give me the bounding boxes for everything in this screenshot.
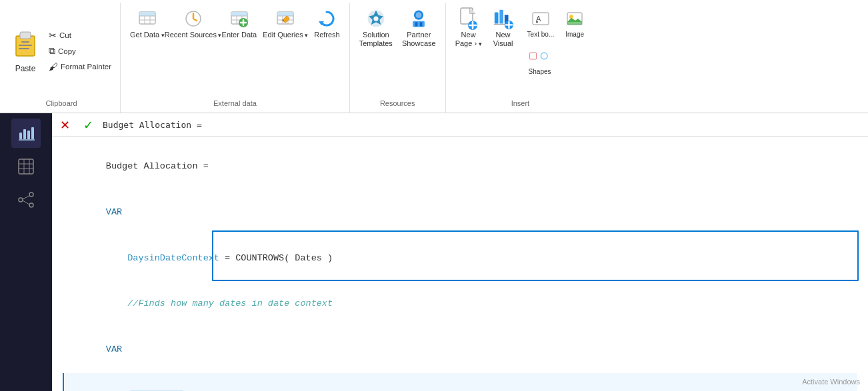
partner-showcase-button[interactable]: PartnerShowcase [398, 5, 440, 51]
shapes-label: Shapes [529, 68, 551, 76]
left-sidebar [0, 113, 52, 391]
sidebar-icon-chart[interactable] [11, 119, 41, 148]
clipboard-label: Clipboard [45, 99, 77, 110]
resources-items: SolutionTemplates PartnerShowcase [355, 5, 440, 97]
edit-queries-button[interactable]: Edit Queries [262, 5, 309, 42]
external-data-items: Get Data Recent Sources [126, 5, 344, 97]
insert-label: Insert [511, 99, 530, 110]
new-visual-icon [493, 8, 514, 29]
main-area: ✕ ✓ Budget Allocation = Budget Allocatio… [0, 113, 868, 391]
external-data-label: External data [213, 99, 257, 110]
text-box-label: Text bo... [527, 31, 555, 39]
code-line-1: Budget Allocation = [63, 144, 857, 190]
solution-templates-button[interactable]: SolutionTemplates [355, 5, 397, 51]
svg-point-67 [29, 193, 33, 196]
code-line-3: DaysinDateContext = COUNTROWS( Dates ) [63, 236, 857, 282]
svg-rect-59 [31, 127, 34, 139]
resources-label: Resources [380, 99, 415, 110]
image-label: Image [565, 31, 584, 39]
cut-button[interactable]: ✂ Cut [45, 28, 115, 43]
text-box-button[interactable]: A Text bo... [523, 5, 559, 41]
get-data-label: Get Data [130, 31, 165, 39]
svg-rect-56 [19, 133, 22, 139]
new-visual-button[interactable]: NewVisual [487, 5, 519, 51]
svg-rect-35 [420, 22, 423, 26]
svg-rect-13 [231, 12, 247, 16]
svg-rect-4 [19, 48, 29, 49]
insert-group: NewPage › [446, 3, 595, 113]
format-painter-icon: 🖌 [49, 61, 58, 72]
insert-row-2: Shapes [523, 43, 590, 79]
svg-rect-1 [20, 32, 31, 39]
cut-icon: ✂ [49, 30, 57, 41]
enter-data-button[interactable]: Enter Data [218, 5, 261, 42]
get-data-button[interactable]: Get Data [126, 5, 169, 42]
external-data-group: Get Data Recent Sources [121, 3, 350, 113]
enter-data-icon [229, 8, 250, 29]
ribbon: Paste ✂ Cut ⧉ Copy 🖌 Format Painter [0, 0, 868, 113]
copy-button[interactable]: ⧉ Copy [45, 43, 115, 59]
format-painter-button[interactable]: 🖌 Format Painter [45, 59, 115, 74]
copy-label: Copy [58, 47, 76, 55]
clipboard-small-buttons: ✂ Cut ⧉ Copy 🖌 Format Painter [45, 28, 115, 74]
clipboard-group: Paste ✂ Cut ⧉ Copy 🖌 Format Painter [3, 3, 121, 113]
formula-confirm[interactable]: ✓ [79, 117, 97, 134]
svg-point-30 [373, 16, 378, 21]
svg-point-32 [416, 12, 422, 18]
svg-rect-41 [494, 13, 498, 24]
cut-label: Cut [59, 31, 71, 39]
new-page-icon [458, 8, 479, 29]
svg-rect-58 [27, 131, 30, 139]
code-line-6: DaysinYear = CALCULATE( COUNTROWS( Dates… [63, 373, 857, 391]
paste-button[interactable]: Paste [8, 27, 43, 76]
code-content[interactable]: Budget Allocation = VAR DaysinDateContex… [52, 137, 868, 391]
solution-templates-icon [365, 8, 387, 29]
formula-cancel[interactable]: ✕ [56, 117, 74, 134]
svg-rect-34 [415, 22, 418, 26]
recent-sources-icon [183, 8, 204, 29]
sidebar-icon-model[interactable] [11, 185, 41, 214]
new-page-label: NewPage › [455, 31, 482, 48]
image-icon [564, 8, 585, 29]
svg-point-68 [29, 203, 33, 207]
code-line-4: //Finds how many dates in date context [63, 281, 857, 327]
svg-line-70 [23, 200, 29, 204]
new-page-button[interactable]: NewPage › [451, 5, 486, 51]
refresh-label: Refresh [314, 31, 340, 39]
code-line-5: VAR [63, 327, 857, 373]
get-data-icon [137, 8, 158, 29]
format-painter-label: Format Painter [61, 63, 111, 71]
svg-rect-3 [19, 45, 32, 46]
formula-content[interactable]: Budget Allocation = [103, 120, 864, 130]
svg-text:A: A [536, 15, 541, 23]
sidebar-icon-table[interactable] [11, 152, 41, 181]
solution-templates-label: SolutionTemplates [359, 31, 393, 48]
svg-point-66 [19, 198, 23, 202]
activate-windows-watermark: Activate Windows [802, 378, 860, 386]
svg-rect-22 [277, 12, 293, 16]
refresh-button[interactable]: Refresh [310, 5, 344, 42]
image-button[interactable]: Image [560, 5, 589, 41]
svg-rect-54 [529, 53, 536, 59]
paste-label: Paste [15, 64, 36, 73]
shapes-icon [529, 45, 551, 67]
svg-rect-6 [139, 12, 155, 16]
partner-showcase-icon [408, 8, 429, 29]
svg-rect-42 [499, 10, 503, 24]
insert-items: NewPage › [451, 5, 590, 97]
svg-rect-2 [21, 41, 29, 43]
code-line-2: VAR [63, 190, 857, 236]
svg-rect-57 [23, 129, 26, 139]
copy-icon: ⧉ [49, 45, 55, 57]
svg-rect-33 [413, 21, 425, 27]
clipboard-items: Paste ✂ Cut ⧉ Copy 🖌 Format Painter [8, 5, 115, 97]
ribbon-content: Paste ✂ Cut ⧉ Copy 🖌 Format Painter [0, 0, 868, 113]
shapes-button[interactable]: Shapes [523, 43, 557, 79]
resources-group: SolutionTemplates PartnerShowcase [350, 3, 446, 113]
paste-icon [12, 29, 39, 63]
recent-sources-button[interactable]: Recent Sources [170, 5, 217, 42]
code-editor-area: ✕ ✓ Budget Allocation = Budget Allocatio… [52, 113, 868, 391]
svg-point-55 [541, 53, 547, 59]
refresh-icon [316, 8, 337, 29]
edit-queries-icon [275, 8, 296, 29]
